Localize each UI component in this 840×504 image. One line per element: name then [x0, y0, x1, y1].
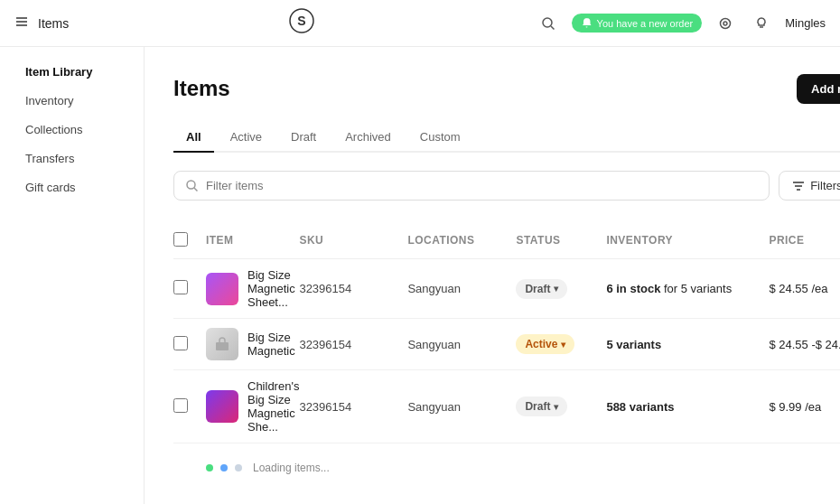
col-locations: Locations	[407, 234, 516, 247]
svg-point-11	[723, 22, 727, 25]
sidebar: Items Item Library Inventory Collections…	[0, 0, 145, 504]
item-thumbnail-2	[206, 328, 238, 360]
loading-dot-1	[206, 464, 213, 471]
item-thumbnail-3	[206, 390, 238, 423]
sidebar-item-transfers[interactable]: Transfers	[7, 145, 136, 173]
tab-archived[interactable]: Archived	[332, 123, 404, 153]
inventory-1: 6 in stock for 5 variants	[606, 282, 769, 295]
search-input[interactable]	[206, 179, 758, 192]
row-checkbox-2[interactable]	[173, 336, 188, 350]
svg-point-12	[187, 181, 195, 189]
main-layout: Items S	[145, 0, 840, 504]
sku-2: 32396154	[299, 338, 407, 351]
header-actions: Add new item •••	[797, 72, 840, 105]
bulb-icon-button[interactable]	[749, 11, 774, 36]
loading-text: Loading items...	[253, 462, 330, 474]
top-bar-right: You have a new order Mingles	[536, 11, 826, 36]
col-price: Price	[769, 234, 840, 247]
notification-text: You have a new order	[597, 18, 694, 29]
svg-point-10	[721, 18, 731, 28]
table-row: Children's Big Size Magnetic She... 3239…	[173, 370, 840, 443]
search-icon	[185, 179, 199, 192]
main-content: Items Add new item ••• All Active Draft	[145, 47, 840, 504]
hamburger-icon-top[interactable]	[14, 14, 29, 32]
inventory-3: 588 variants	[606, 400, 769, 414]
row-checkbox-3[interactable]	[173, 398, 188, 413]
location-3: Sangyuan	[407, 400, 516, 414]
price-2: $ 24.55 -$ 24.55 /ea	[769, 338, 840, 351]
price-1: $ 24.55 /ea	[769, 282, 840, 295]
sidebar-item-item-library[interactable]: Item Library	[7, 58, 136, 86]
col-sku: SKU	[299, 234, 407, 247]
location-1: Sangyuan	[407, 282, 516, 295]
sidebar-item-gift-cards[interactable]: Gift cards	[7, 173, 136, 201]
table-header: Item SKU Locations Status Inventory	[173, 222, 840, 259]
top-bar-left: Items	[14, 14, 69, 32]
col-inventory: Inventory	[606, 234, 769, 247]
svg-point-8	[543, 18, 552, 27]
tabs: All Active Draft Archived Custom	[173, 123, 840, 153]
item-cell-1: Big Size Magnetic Sheet...	[206, 268, 299, 309]
sku-3: 32396154	[299, 400, 407, 414]
bell-icon	[581, 17, 593, 29]
location-2: Sangyuan	[407, 338, 516, 351]
status-chevron-icon-2: ▾	[561, 340, 565, 350]
loading-row: Loading items...	[173, 443, 840, 474]
filter-icon	[792, 180, 805, 192]
search-filter-bar: Filters Sort	[173, 171, 840, 201]
item-name-2: Big Size Magnetic	[247, 331, 299, 358]
tab-custom[interactable]: Custom	[407, 123, 473, 153]
select-all-checkbox[interactable]	[173, 232, 188, 247]
loading-dot-3	[235, 464, 242, 471]
inventory-2: 5 variants	[606, 338, 769, 351]
col-item: Item	[206, 234, 299, 247]
notification-badge[interactable]: You have a new order	[572, 14, 703, 33]
tab-draft[interactable]: Draft	[278, 123, 329, 153]
sku-1: 32396154	[299, 282, 407, 295]
svg-text:S: S	[298, 14, 306, 28]
row-checkbox-1[interactable]	[173, 280, 188, 294]
table-row: Big Size Magnetic Sheet... 32396154 Sang…	[173, 259, 840, 319]
svg-rect-20	[216, 342, 229, 350]
top-bar: Items S	[0, 0, 840, 47]
col-status: Status	[516, 234, 606, 247]
status-chevron-icon-3: ▾	[554, 402, 558, 412]
user-name[interactable]: Mingles	[785, 16, 826, 30]
item-name-3: Children's Big Size Magnetic She...	[247, 379, 299, 434]
items-table: Item SKU Locations Status Inventory	[173, 222, 840, 443]
item-cell-2: Big Size Magnetic	[206, 328, 299, 360]
sidebar-item-collections[interactable]: Collections	[7, 116, 136, 144]
svg-line-9	[551, 26, 555, 30]
add-new-item-button[interactable]: Add new item	[797, 74, 840, 104]
status-badge-1[interactable]: Draft ▾	[516, 279, 567, 299]
status-badge-3[interactable]: Draft ▾	[516, 397, 567, 416]
status-chevron-icon-1: ▾	[554, 284, 558, 294]
filters-button[interactable]: Filters	[779, 171, 840, 201]
top-bar-logo: S	[289, 8, 314, 39]
topbar-title: Items	[38, 16, 69, 31]
settings-button[interactable]	[713, 11, 738, 36]
sidebar-item-inventory[interactable]: Inventory	[7, 87, 136, 115]
loading-dot-2	[220, 464, 228, 471]
tab-active[interactable]: Active	[218, 123, 275, 153]
table-row: Big Size Magnetic 32396154 Sangyuan Acti…	[173, 319, 840, 370]
search-button[interactable]	[536, 11, 561, 36]
price-3: $ 9.99 /ea	[769, 400, 840, 414]
status-badge-2[interactable]: Active ▾	[516, 334, 574, 354]
page-header: Items Add new item •••	[173, 72, 840, 105]
svg-line-13	[194, 188, 198, 191]
page-title: Items	[173, 76, 230, 101]
item-cell-3: Children's Big Size Magnetic She...	[206, 379, 299, 434]
item-name-1: Big Size Magnetic Sheet...	[247, 268, 299, 309]
tab-all[interactable]: All	[173, 123, 214, 153]
item-thumbnail-1	[206, 273, 238, 305]
sidebar-nav: Item Library Inventory Collections Trans…	[0, 58, 144, 201]
search-box	[173, 171, 770, 201]
